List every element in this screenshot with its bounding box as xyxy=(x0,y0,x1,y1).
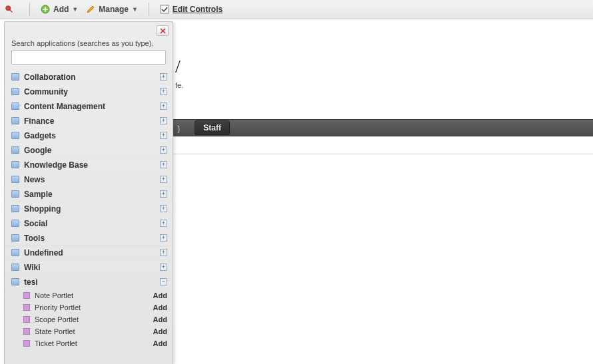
edit-controls-label: Edit Controls xyxy=(173,5,223,14)
category-row[interactable]: Sample+ xyxy=(5,187,173,202)
pencil-icon xyxy=(86,5,95,14)
folder-icon xyxy=(11,249,19,256)
category-list: Collaboration+Community+Content Manageme… xyxy=(5,70,173,349)
category-row[interactable]: Shopping+ xyxy=(5,202,173,216)
category-row[interactable]: Collaboration+ xyxy=(5,70,173,85)
folder-icon xyxy=(11,264,19,271)
expand-icon[interactable]: + xyxy=(160,117,167,124)
close-icon xyxy=(160,28,166,34)
portlet-row: State PortletAdd xyxy=(5,325,173,337)
manage-label: Manage xyxy=(99,5,129,14)
add-portlet-link[interactable]: Add xyxy=(153,291,167,299)
category-label: Wiki xyxy=(24,263,160,272)
portlet-row: Note PortletAdd xyxy=(5,289,173,301)
folder-icon xyxy=(11,117,19,124)
manage-menu[interactable]: Manage ▼ xyxy=(82,3,142,16)
category-row[interactable]: Google+ xyxy=(5,143,173,158)
svg-rect-3 xyxy=(161,5,169,13)
category-label: Sample xyxy=(24,190,160,199)
category-row[interactable]: News+ xyxy=(5,172,173,187)
category-label: Finance xyxy=(24,116,160,126)
add-portlet-link[interactable]: Add xyxy=(153,327,167,335)
category-row[interactable]: Undefined+ xyxy=(5,246,173,260)
category-label: Shopping xyxy=(24,204,160,214)
expand-icon[interactable]: + xyxy=(160,88,167,95)
category-row[interactable]: Social+ xyxy=(5,216,173,231)
expand-icon[interactable]: + xyxy=(160,73,167,81)
portlet-icon xyxy=(23,328,30,335)
portlet-icon xyxy=(23,340,30,347)
search-box xyxy=(11,50,166,65)
close-button[interactable] xyxy=(157,25,169,36)
category-label: Knowledge Base xyxy=(24,160,160,170)
page-subtitle-fragment: fe. xyxy=(175,81,183,89)
category-label: News xyxy=(24,175,160,184)
search-input[interactable] xyxy=(11,50,166,65)
expand-icon[interactable]: + xyxy=(160,220,167,227)
category-row[interactable]: Finance+ xyxy=(5,114,173,128)
category-label: Content Management xyxy=(24,102,160,111)
expand-icon[interactable]: + xyxy=(160,205,167,212)
category-label: Gadgets xyxy=(24,131,160,140)
portlet-list: Note PortletAddPriority PortletAddScope … xyxy=(5,289,173,349)
toolbar-separator xyxy=(29,3,30,16)
expand-icon[interactable]: + xyxy=(160,102,167,110)
top-toolbar: Add ▼ Manage ▼ Edit Controls xyxy=(0,0,593,19)
expand-icon[interactable]: + xyxy=(160,132,167,139)
portlet-row: Priority PortletAdd xyxy=(5,301,173,313)
folder-icon xyxy=(11,102,19,110)
portlet-label: State Portlet xyxy=(35,327,153,335)
portlet-icon xyxy=(23,316,30,323)
category-row[interactable]: Content Management+ xyxy=(5,99,173,114)
portlet-label: Ticket Portlet xyxy=(35,339,153,347)
portlet-icon xyxy=(23,292,30,299)
expand-icon[interactable]: + xyxy=(160,234,167,242)
expand-icon[interactable]: + xyxy=(160,176,167,183)
category-row[interactable]: Community+ xyxy=(5,85,173,99)
folder-icon xyxy=(11,161,19,168)
nav-tab-staff[interactable]: Staff xyxy=(195,120,230,135)
panel-titlebar xyxy=(5,22,173,39)
category-row[interactable]: Tools+ xyxy=(5,231,173,246)
category-row[interactable]: Gadgets+ xyxy=(5,128,173,143)
folder-icon xyxy=(11,234,19,242)
chevron-down-icon: ▼ xyxy=(72,6,78,13)
portlet-row: Scope PortletAdd xyxy=(5,313,173,325)
add-portlet-link[interactable]: Add xyxy=(153,315,167,323)
add-application-panel: Search applications (searches as you typ… xyxy=(4,21,173,364)
expand-icon[interactable]: + xyxy=(160,264,167,271)
folder-icon xyxy=(11,73,19,81)
folder-icon xyxy=(11,220,19,227)
add-portlet-link[interactable]: Add xyxy=(153,303,167,311)
category-label: Google xyxy=(24,146,160,155)
folder-icon xyxy=(11,190,19,198)
add-portlet-link[interactable]: Add xyxy=(153,339,167,347)
category-row[interactable]: Wiki+ xyxy=(5,260,173,275)
portlet-label: Priority Portlet xyxy=(35,303,153,311)
checkbox-checked-icon xyxy=(160,5,169,14)
edit-controls-toggle[interactable]: Edit Controls xyxy=(156,3,227,16)
svg-line-1 xyxy=(9,9,12,12)
folder-icon xyxy=(11,88,19,95)
category-label: tesi xyxy=(24,277,160,287)
plus-circle-icon xyxy=(41,5,50,14)
category-label: Collaboration xyxy=(24,73,160,82)
expand-icon[interactable]: + xyxy=(160,249,167,256)
category-label: Social xyxy=(24,219,160,228)
pin-icon[interactable] xyxy=(4,4,15,15)
portlet-label: Note Portlet xyxy=(35,291,153,299)
add-menu[interactable]: Add ▼ xyxy=(37,3,82,16)
search-label: Search applications (searches as you typ… xyxy=(5,39,173,50)
category-row[interactable]: Knowledge Base+ xyxy=(5,158,173,172)
expand-icon[interactable]: + xyxy=(160,161,167,168)
folder-icon xyxy=(11,146,19,154)
expand-icon[interactable]: + xyxy=(160,190,167,198)
portlet-label: Scope Portlet xyxy=(35,315,153,323)
expand-icon[interactable]: + xyxy=(160,146,167,154)
folder-icon xyxy=(11,278,19,285)
page-title-fragment: / xyxy=(175,56,181,77)
chevron-down-icon: ▼ xyxy=(132,6,138,13)
collapse-icon[interactable]: − xyxy=(160,278,167,285)
category-row[interactable]: tesi− xyxy=(5,275,173,289)
folder-icon xyxy=(11,205,19,212)
